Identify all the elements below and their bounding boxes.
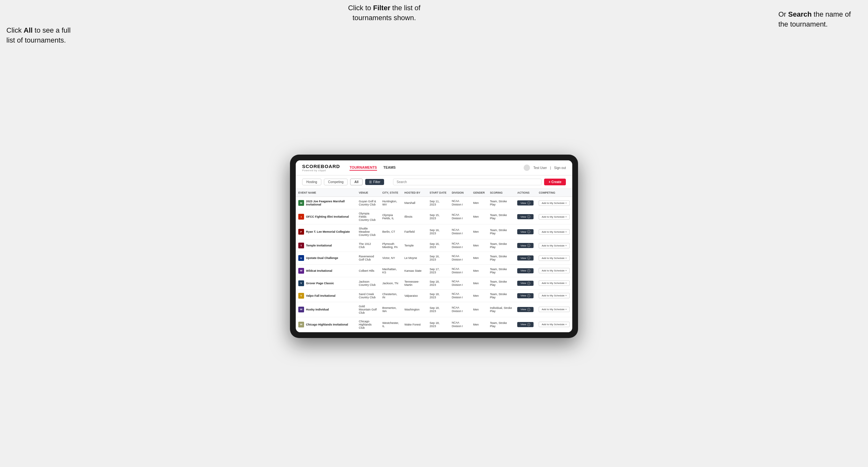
start-date-cell: Sep 16, 2023 (427, 252, 449, 264)
event-name: 2023 Joe Feaganes Marshall Invitational (306, 200, 354, 206)
actions-cell: View i (515, 289, 536, 302)
event-cell: F Ryan T. Lee Memorial Collegiate (298, 229, 354, 235)
competing-cell: Add to My Schedule + (536, 317, 572, 332)
view-button[interactable]: View i (517, 307, 533, 312)
create-button[interactable]: + Create (544, 179, 566, 185)
table-header-row: EVENT NAME VENUE CITY, STATE HOSTED BY S… (296, 189, 572, 197)
event-name: Husky Individual (306, 308, 329, 311)
start-date-cell: Sep 17, 2023 (427, 264, 449, 277)
division-cell: NCAA Division I (449, 240, 470, 252)
tournaments-table: EVENT NAME VENUE CITY, STATE HOSTED BY S… (296, 189, 572, 332)
gender-cell: Men (470, 252, 487, 264)
info-icon: i (527, 230, 530, 234)
hosted-by-cell: Washington (402, 302, 427, 317)
event-name: OFCC Fighting Illini Invitational (306, 215, 349, 218)
event-name: Upstate Dual Challenge (306, 256, 338, 259)
view-button[interactable]: View i (517, 255, 533, 260)
city-cell: Plymouth Meeting, PA (380, 240, 402, 252)
view-button[interactable]: View i (517, 243, 533, 248)
competing-cell: Add to My Schedule + (536, 252, 572, 264)
add-schedule-button[interactable]: Add to My Schedule + (539, 255, 570, 261)
gender-cell: Men (470, 264, 487, 277)
actions-cell: View i (515, 277, 536, 289)
filter-label: Filter (373, 180, 380, 184)
view-button[interactable]: View i (517, 229, 533, 234)
add-schedule-button[interactable]: Add to My Schedule + (539, 200, 570, 206)
venue-cell: Colbert Hills (356, 264, 380, 277)
col-actions: ACTIONS (515, 189, 536, 197)
event-name: Ryan T. Lee Memorial Collegiate (306, 230, 350, 234)
info-icon: i (527, 269, 530, 272)
filter-button[interactable]: ☰ Filter (365, 179, 384, 185)
add-schedule-button[interactable]: Add to My Schedule + (539, 307, 570, 312)
header-separator: | (550, 166, 551, 169)
add-schedule-button[interactable]: Add to My Schedule + (539, 268, 570, 273)
team-logo: W (298, 307, 304, 312)
city-cell: Jackson, TN (380, 277, 402, 289)
competing-cell: Add to My Schedule + (536, 302, 572, 317)
view-button[interactable]: View i (517, 214, 533, 219)
event-cell: I OFCC Fighting Illini Invitational (298, 214, 354, 220)
division-cell: NCAA Division I (449, 252, 470, 264)
scoring-cell: Team, Stroke Play (488, 264, 515, 277)
tab-hosting[interactable]: Hosting (302, 179, 321, 185)
scoring-cell: Individual, Stroke Play (488, 302, 515, 317)
logo-text: SCOREBOARD (302, 163, 340, 169)
event-cell: V Valpo Fall Invitational (298, 293, 354, 299)
tab-competing[interactable]: Competing (324, 179, 348, 185)
scoring-cell: Team, Stroke Play (488, 240, 515, 252)
col-start-date: START DATE (427, 189, 449, 197)
add-schedule-button[interactable]: Add to My Schedule + (539, 243, 570, 248)
actions-cell: View i (515, 240, 536, 252)
user-name: Test User (533, 166, 547, 169)
start-date-cell: Sep 18, 2023 (427, 302, 449, 317)
division-cell: NCAA Division I (449, 277, 470, 289)
header-right: Test User | Sign out (524, 164, 566, 171)
view-button[interactable]: View i (517, 200, 533, 206)
search-input[interactable] (393, 179, 541, 185)
col-scoring: SCORING (488, 189, 515, 197)
competing-cell: Add to My Schedule + (536, 289, 572, 302)
scoring-cell: Team, Stroke Play (488, 277, 515, 289)
scoring-cell: Team, Stroke Play (488, 197, 515, 209)
venue-cell: Olympia Fields Country Club (356, 209, 380, 224)
division-cell: NCAA Division I (449, 224, 470, 240)
hosted-by-cell: Kansas State (402, 264, 427, 277)
tab-all[interactable]: All (350, 179, 363, 185)
table-row: F Ryan T. Lee Memorial Collegiate Shuttl… (296, 224, 572, 240)
actions-cell: View i (515, 302, 536, 317)
add-schedule-button[interactable]: Add to My Schedule + (539, 229, 570, 235)
event-name: Chicago Highlands Invitational (306, 323, 348, 326)
hosted-by-cell: Temple (402, 240, 427, 252)
division-cell: NCAA Division I (449, 264, 470, 277)
col-hosted-by: HOSTED BY (402, 189, 427, 197)
venue-cell: Guyan Golf & Country Club (356, 197, 380, 209)
annotation-topright: Or Search the name of the tournament. (778, 9, 862, 29)
gender-cell: Men (470, 240, 487, 252)
competing-cell: Add to My Schedule + (536, 197, 572, 209)
event-cell: V Grover Page Classic (298, 280, 354, 286)
competing-cell: Add to My Schedule + (536, 264, 572, 277)
nav-tournaments[interactable]: TOURNAMENTS (349, 165, 377, 170)
info-icon: i (527, 215, 530, 218)
view-button[interactable]: View i (517, 268, 533, 273)
city-cell: Chesterton, IN (380, 289, 402, 302)
view-button[interactable]: View i (517, 281, 533, 286)
add-schedule-button[interactable]: Add to My Schedule + (539, 322, 570, 327)
nav-teams[interactable]: TEAMS (383, 165, 396, 170)
venue-cell: Gold Mountain Golf Club (356, 302, 380, 317)
table-row: T Temple Invitational The 1912 Club Plym… (296, 240, 572, 252)
view-button[interactable]: View i (517, 322, 533, 327)
add-schedule-button[interactable]: Add to My Schedule + (539, 293, 570, 298)
team-logo: W (298, 268, 304, 274)
event-cell: U Upstate Dual Challenge (298, 255, 354, 261)
view-button[interactable]: View i (517, 293, 533, 298)
info-icon: i (527, 256, 530, 259)
sign-out-link[interactable]: Sign out (554, 166, 566, 169)
add-schedule-button[interactable]: Add to My Schedule + (539, 280, 570, 286)
city-cell: Westchester, IL (380, 317, 402, 332)
start-date-cell: Sep 11, 2023 (427, 197, 449, 209)
hosted-by-cell: Illinois (402, 209, 427, 224)
add-schedule-button[interactable]: Add to My Schedule + (539, 214, 570, 220)
scoring-cell: Team, Stroke Play (488, 224, 515, 240)
